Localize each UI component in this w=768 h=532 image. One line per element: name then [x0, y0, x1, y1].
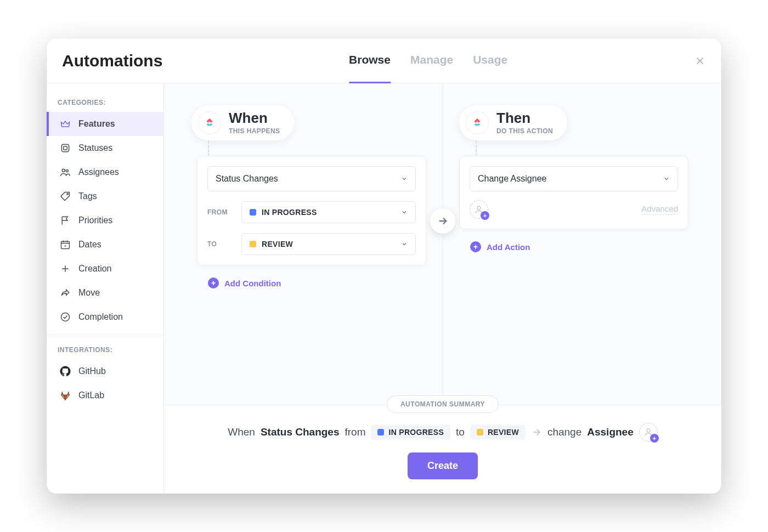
- plus-badge-icon: +: [481, 211, 489, 220]
- tabs: Browse Manage Usage: [349, 53, 507, 69]
- svg-rect-5: [61, 241, 70, 248]
- crown-icon: [60, 118, 71, 129]
- status-swatch-in-progress: [377, 429, 384, 435]
- when-column: When THIS HAPPENS Status Changes FROM: [191, 105, 443, 394]
- when-title: When: [229, 111, 280, 125]
- then-column: Then DO THIS ACTION Change Assignee: [443, 105, 694, 394]
- from-status-select[interactable]: IN PROGRESS: [241, 201, 416, 223]
- connector-line: [476, 140, 694, 157]
- sidebar-item-priorities[interactable]: Priorities: [47, 208, 163, 233]
- sidebar-item-github[interactable]: GitHub: [47, 359, 163, 383]
- sidebar-item-assignees[interactable]: Assignees: [47, 160, 163, 184]
- plus-badge-icon: +: [650, 434, 659, 443]
- svg-point-8: [647, 429, 650, 432]
- modal-title: Automations: [62, 52, 162, 70]
- sidebar-item-features[interactable]: Features: [47, 112, 163, 136]
- tab-manage[interactable]: Manage: [410, 53, 453, 69]
- github-icon: [60, 366, 71, 377]
- integrations-heading: INTEGRATIONS:: [47, 341, 163, 359]
- svg-point-2: [62, 169, 65, 172]
- add-condition-button[interactable]: + Add Condition: [208, 278, 443, 288]
- close-icon: [694, 55, 706, 67]
- plus-square-icon: [60, 263, 71, 274]
- to-status-select[interactable]: REVIEW: [241, 233, 416, 255]
- plus-circle-icon: +: [470, 241, 481, 252]
- sidebar-item-label: GitHub: [78, 366, 106, 376]
- summary-heading: AUTOMATION SUMMARY: [387, 395, 499, 413]
- svg-point-6: [61, 313, 70, 321]
- to-status-value: REVIEW: [262, 240, 293, 248]
- sidebar-item-label: Move: [78, 288, 100, 298]
- when-header: When THIS HAPPENS: [191, 105, 294, 140]
- trigger-select[interactable]: Status Changes: [207, 166, 416, 191]
- summary-from-status: IN PROGRESS: [388, 428, 444, 437]
- check-circle-icon: [60, 312, 71, 322]
- share-arrow-icon: [60, 287, 71, 298]
- add-action-button[interactable]: + Add Action: [470, 241, 694, 252]
- sidebar-item-tags[interactable]: Tags: [47, 184, 163, 208]
- summary-when-word: When: [228, 426, 255, 438]
- summary-sentence: When Status Changes from IN PROGRESS to …: [228, 423, 658, 442]
- sidebar-item-label: GitLab: [78, 390, 104, 400]
- tab-browse[interactable]: Browse: [349, 53, 391, 84]
- connector-line: [208, 140, 443, 157]
- summary-from-pill: IN PROGRESS: [371, 425, 450, 440]
- sidebar-item-label: Tags: [78, 191, 97, 201]
- summary-to-word: to: [456, 426, 465, 438]
- summary-footer: AUTOMATION SUMMARY When Status Changes f…: [164, 405, 721, 494]
- sidebar-item-dates[interactable]: Dates: [47, 233, 163, 257]
- sidebar-item-label: Statuses: [78, 143, 112, 153]
- add-action-label: Add Action: [487, 242, 530, 252]
- sidebar-item-label: Assignees: [78, 167, 119, 177]
- plus-circle-icon: +: [208, 278, 219, 288]
- chevron-down-icon: [401, 241, 408, 247]
- chevron-down-icon: [401, 209, 408, 216]
- categories-heading: CATEGORIES:: [47, 93, 163, 112]
- modal-header: Automations Browse Manage Usage: [47, 38, 721, 83]
- status-swatch-review: [477, 429, 483, 435]
- sidebar-item-label: Features: [78, 119, 115, 129]
- trigger-value: Status Changes: [216, 174, 278, 184]
- svg-rect-0: [61, 144, 69, 151]
- then-header: Then DO THIS ACTION: [459, 105, 567, 140]
- sidebar-item-move[interactable]: Move: [47, 281, 163, 305]
- svg-point-7: [477, 206, 481, 210]
- create-button[interactable]: Create: [408, 452, 478, 479]
- sidebar-item-gitlab[interactable]: GitLab: [47, 383, 163, 408]
- then-subtitle: DO THIS ACTION: [496, 127, 553, 135]
- summary-from-word: from: [345, 426, 365, 438]
- people-icon: [60, 167, 71, 178]
- tag-icon: [60, 191, 71, 202]
- close-button[interactable]: [694, 55, 706, 67]
- sidebar-item-creation[interactable]: Creation: [47, 257, 163, 281]
- assignee-picker[interactable]: +: [470, 200, 488, 219]
- add-condition-label: Add Condition: [224, 279, 281, 288]
- advanced-link[interactable]: Advanced: [641, 204, 678, 215]
- from-label: FROM: [207, 208, 234, 216]
- summary-trigger: Status Changes: [261, 426, 340, 438]
- when-subtitle: THIS HAPPENS: [229, 127, 280, 135]
- clickup-logo-icon: [466, 111, 489, 134]
- status-swatch-review: [250, 241, 256, 247]
- when-card: Status Changes FROM IN PROGRESS: [197, 156, 426, 265]
- sidebar-item-label: Dates: [78, 240, 101, 250]
- from-status-value: IN PROGRESS: [262, 208, 317, 217]
- summary-assignee-picker[interactable]: +: [639, 423, 658, 442]
- then-title: Then: [496, 111, 553, 125]
- automations-modal: Automations Browse Manage Usage CATEGORI…: [47, 38, 721, 494]
- tab-usage[interactable]: Usage: [473, 53, 507, 69]
- svg-point-4: [67, 194, 69, 195]
- sidebar-item-label: Priorities: [78, 216, 112, 225]
- sidebar-item-statuses[interactable]: Statuses: [47, 136, 163, 160]
- summary-action-target: Assignee: [587, 426, 633, 438]
- square-icon: [60, 143, 71, 154]
- summary-action-word: change: [547, 426, 581, 438]
- sidebar: CATEGORIES: Features Statuses Assignees: [47, 83, 164, 494]
- sidebar-item-completion[interactable]: Completion: [47, 305, 163, 329]
- action-select[interactable]: Change Assignee: [470, 166, 678, 191]
- flag-icon: [60, 215, 71, 226]
- sidebar-item-label: Completion: [78, 312, 123, 322]
- svg-point-3: [66, 169, 68, 172]
- summary-to-pill: REVIEW: [470, 425, 526, 440]
- vertical-divider: [443, 83, 443, 405]
